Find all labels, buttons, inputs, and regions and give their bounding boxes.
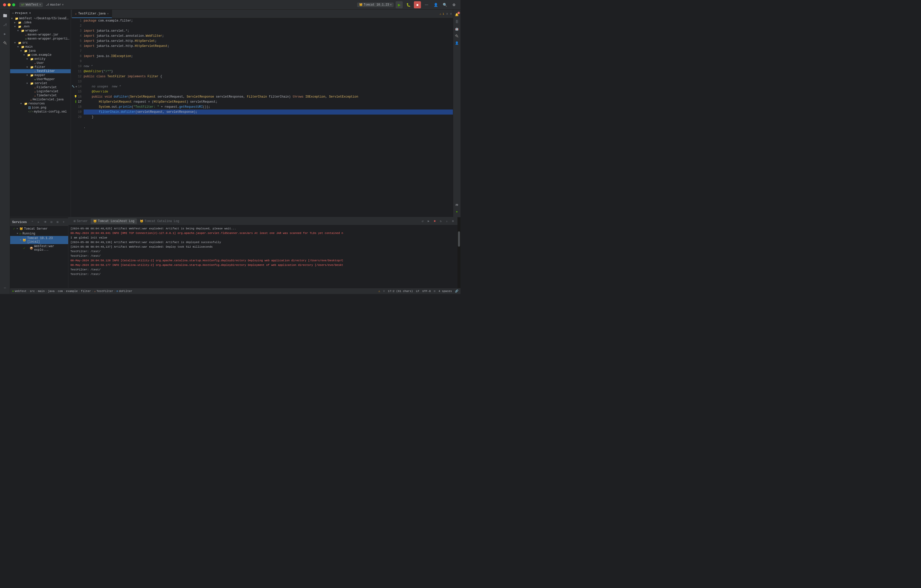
- tree-item-iconpng[interactable]: ▶ 🖼 icon.png: [10, 106, 71, 110]
- plus-btn[interactable]: +: [61, 220, 66, 225]
- refresh-log-btn[interactable]: ↻: [438, 219, 443, 224]
- code-editor[interactable]: 1 2 3 4 5 6 7 8 9 10 11 12 13: [71, 18, 453, 217]
- minimize-button[interactable]: [8, 3, 11, 7]
- service-running-group[interactable]: ▼ ▷ Running: [10, 231, 68, 236]
- tree-item-wrapper[interactable]: ▼ 📁 wrapper: [10, 29, 71, 33]
- tree-item-entity[interactable]: ▼ 📁 entity: [10, 57, 71, 61]
- tab-server[interactable]: 🖥 Server: [70, 218, 90, 224]
- line-num: 4: [80, 33, 81, 39]
- activity-more-icon[interactable]: ⋯: [1, 284, 9, 292]
- tree-item-mapper[interactable]: ▼ 📁 mapper: [10, 73, 71, 77]
- tree-item-maven-jar[interactable]: ▶ ☕ maven-wrapper.jar: [10, 33, 71, 37]
- breadcrumb-java[interactable]: java: [48, 290, 54, 293]
- tree-item-loginservlet[interactable]: ▶ ☕ LoginServlet: [10, 90, 71, 93]
- fullscreen-button[interactable]: [12, 3, 15, 7]
- log-line-3: I am global init value: [70, 235, 456, 240]
- tree-item-servlet[interactable]: ▼ 📁 servlet: [10, 81, 71, 85]
- tree-item-resources[interactable]: ▼ 📁 resources: [10, 102, 71, 106]
- notifications-icon[interactable]: 🔔 1: [454, 11, 460, 18]
- activity-run-icon[interactable]: ▶: [1, 30, 9, 38]
- tree-item-mybatis[interactable]: ▶ </> mybatis-config.xml: [10, 110, 71, 114]
- scrollbar-thumb[interactable]: [458, 231, 460, 247]
- log-scrollbar[interactable]: [457, 217, 460, 288]
- tree-label: wrapper: [25, 29, 38, 33]
- account-button[interactable]: 👤: [432, 1, 439, 8]
- tab-localhost-log[interactable]: 🐱 Tomcat Localhost Log: [91, 218, 137, 224]
- activity-plugins-icon[interactable]: 🔌: [1, 39, 9, 47]
- database-icon[interactable]: 🗄: [454, 19, 460, 25]
- tree-item-webtest[interactable]: ▼ 📁 WebTest ~/Desktop/CS/JavaEE/1 JavaWe…: [10, 16, 71, 21]
- debug-button[interactable]: 🐛: [405, 1, 412, 8]
- copilot-icon[interactable]: 🤖: [454, 26, 460, 32]
- breadcrumb-src[interactable]: src: [30, 290, 35, 293]
- status-indent[interactable]: 4 spaces: [438, 290, 452, 293]
- tree-item-testfilter[interactable]: ▶ ☕ TestFilter: [10, 69, 71, 73]
- close-button[interactable]: [3, 3, 6, 7]
- server-tab-icon: 🖥: [73, 220, 76, 223]
- eye-btn[interactable]: 👁: [43, 220, 48, 225]
- tree-item-usermapper[interactable]: ▶ ◈ UserMapper: [10, 77, 71, 81]
- tree-item-helloservlet[interactable]: ▶ ☕ HelloServlet.java: [10, 98, 71, 102]
- status-encoding[interactable]: UTF-8: [423, 290, 431, 293]
- service-tomcat-instance[interactable]: ▼ 🐱 Tomcat 10.1.23 [local]: [10, 236, 68, 244]
- branch-badge[interactable]: ⎇ master ∨: [46, 3, 63, 7]
- breadcrumb-example[interactable]: example: [66, 290, 78, 293]
- status-position[interactable]: 17:2 (61 chars): [388, 290, 413, 293]
- tree-item-comexample[interactable]: ▼ 📁 com.example: [10, 53, 71, 57]
- tomcat-badge[interactable]: 🐱 Tomcat 10.1.23 ∨: [357, 3, 394, 7]
- tree-item-src[interactable]: ▼ 📁 src: [10, 41, 71, 45]
- tree-label: src: [22, 41, 28, 45]
- activity-git-icon[interactable]: ⎇: [1, 21, 9, 29]
- plugins-icon[interactable]: 🔌: [454, 33, 460, 39]
- profile-icon[interactable]: 👤: [454, 40, 460, 46]
- filter-btn[interactable]: ⊟: [49, 220, 54, 225]
- m-icon[interactable]: m: [454, 202, 460, 208]
- code-scroll[interactable]: package com.example.filter; import jakar…: [84, 18, 453, 217]
- close-services-btn[interactable]: ✕: [36, 220, 41, 225]
- project-badge[interactable]: WT WebTest ∨: [19, 3, 43, 7]
- tree-item-main[interactable]: ▼ 📁 main: [10, 45, 71, 49]
- tab-catalina-log[interactable]: 🐱 Tomcat Catalina Log: [137, 218, 182, 224]
- breadcrumb-testfilter[interactable]: TestFilter: [96, 290, 113, 293]
- stop-button[interactable]: ■: [414, 1, 421, 8]
- code-text: ;: [131, 54, 133, 58]
- breadcrumb-filter[interactable]: filter: [81, 290, 91, 293]
- breadcrumb-sep: ›: [36, 290, 37, 293]
- service-tomcat-server[interactable]: ✓ ▼ 🐱 Tomcat Server: [10, 226, 68, 231]
- settings-log-btn[interactable]: ⚙: [450, 219, 456, 224]
- tab-testfilter[interactable]: ☕ TestFilter.java ✕: [72, 10, 112, 18]
- breadcrumb-com[interactable]: com: [58, 290, 63, 293]
- tree-item-maven-props[interactable]: ▶ ⚙ maven-wrapper.properties: [10, 37, 71, 41]
- tree-item-user[interactable]: ▶ ☕ User: [10, 61, 71, 65]
- log-content[interactable]: [2024-05-08 08:04:48,625] Artifact WebTe…: [68, 225, 457, 288]
- tab-close-icon[interactable]: ✕: [107, 12, 109, 15]
- tree-item-mvn[interactable]: ▼ 📁 .mvn: [10, 24, 71, 29]
- tree-label: WebTest ~/Desktop/CS/JavaEE/1 JavaWeb/C: [19, 17, 70, 20]
- tree-item-fileservlet[interactable]: ▶ ☕ FileServlet: [10, 85, 71, 90]
- service-webtest-war[interactable]: ✓ ▶ 📦 WebTest:war explo...: [10, 244, 68, 252]
- down-btn[interactable]: ⊞: [55, 220, 60, 225]
- breadcrumb-webtest[interactable]: WebTest: [15, 290, 27, 293]
- breadcrumb-main[interactable]: main: [38, 290, 45, 293]
- breadcrumb-dofilter[interactable]: doFilter: [119, 290, 132, 293]
- scroll-end-btn[interactable]: ⇣: [444, 219, 449, 224]
- tree-item-java[interactable]: ▼ 📁 java: [10, 49, 71, 53]
- line-num: 20: [78, 114, 81, 120]
- run-button[interactable]: ▶: [395, 1, 403, 8]
- collapse-icon[interactable]: ∨: [450, 12, 452, 16]
- tree-item-idea[interactable]: ▶ 📁 .idea: [10, 21, 71, 24]
- collapse-btn[interactable]: ⌃: [30, 220, 35, 225]
- content-area: ▭ Project ∨ ▼ 📁 WebTest ~/Desktop/CS/Jav…: [10, 10, 460, 294]
- clear-log-btn[interactable]: ■: [432, 219, 437, 224]
- tree-item-filter[interactable]: ▼ 📁 filter: [10, 65, 71, 69]
- activity-files-icon[interactable]: [1, 11, 9, 20]
- status-lf[interactable]: LF: [416, 290, 419, 293]
- expand-icon[interactable]: ∧: [446, 12, 448, 16]
- settings-button[interactable]: ⚙: [450, 1, 457, 8]
- restart-btn[interactable]: ↺: [420, 219, 425, 224]
- more-button[interactable]: ⋯: [423, 1, 430, 8]
- stop-log-btn[interactable]: ▶: [426, 219, 431, 224]
- circle-icon[interactable]: ●: [454, 209, 460, 215]
- tree-item-timeservlet[interactable]: ▶ ☕ TimeServlet: [10, 93, 71, 98]
- search-button[interactable]: 🔍: [441, 1, 448, 8]
